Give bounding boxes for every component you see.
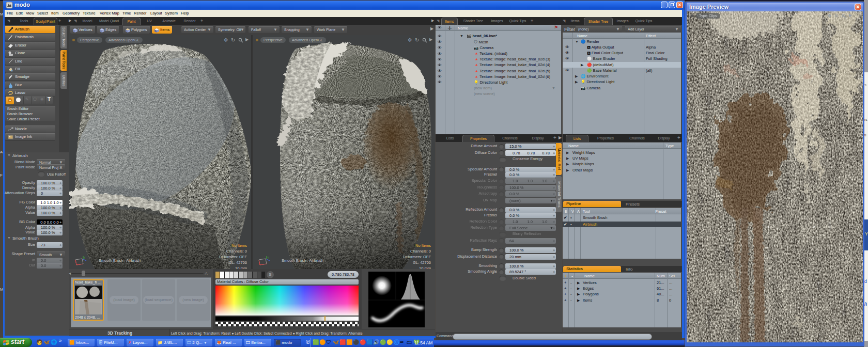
svg-text:Y: Y xyxy=(84,256,86,259)
svg-text:Y: Y xyxy=(267,256,269,259)
